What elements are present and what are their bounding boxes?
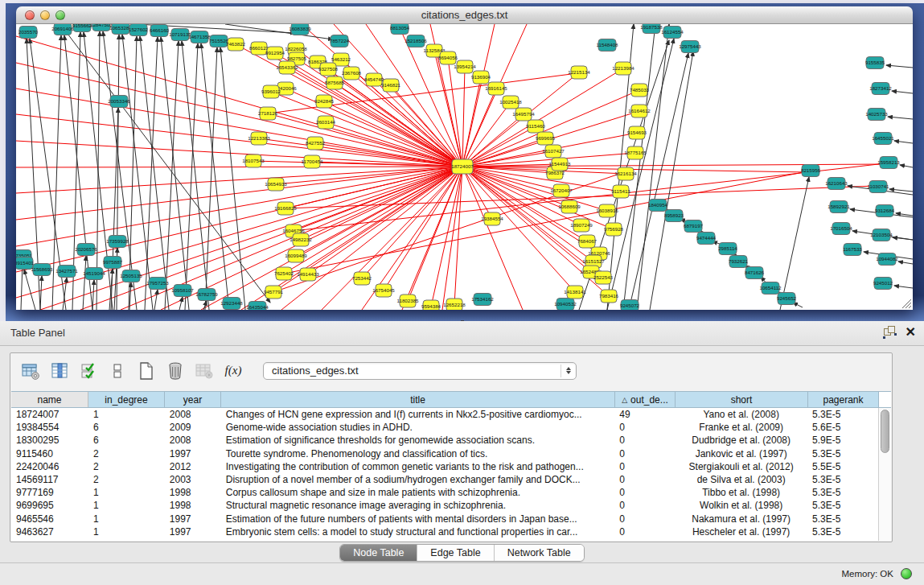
vertical-scrollbar[interactable] <box>878 408 891 541</box>
graph-node[interactable]: 8694056 <box>438 51 458 64</box>
graph-node[interactable]: 16038916 <box>596 204 618 217</box>
graph-node[interactable]: 17534162 <box>471 294 494 306</box>
network-window-titlebar[interactable]: citations_edges.txt <box>16 6 913 24</box>
column-header-pagerank[interactable]: pagerank <box>808 392 879 407</box>
graph-node[interactable]: 16754045 <box>372 284 395 297</box>
graph-node[interactable]: 16720407 <box>550 184 573 197</box>
graph-node[interactable]: 2718126 <box>258 107 278 120</box>
column-header-short[interactable]: short <box>676 392 808 407</box>
graph-node[interactable]: 16543362 <box>276 61 298 74</box>
graph-node[interactable]: 10944082 <box>876 253 898 266</box>
graph-node[interactable]: 15958213 <box>877 157 900 169</box>
graph-node[interactable]: 9146821 <box>381 79 401 92</box>
graph-node[interactable]: 13954214 <box>454 60 476 73</box>
table-row[interactable]: 1456911722003Disruption of a novel membe… <box>11 473 878 486</box>
minimize-window-button[interactable] <box>40 10 50 20</box>
graph-node[interactable]: 7463822 <box>226 38 246 51</box>
graph-node[interactable]: 18775165 <box>624 146 647 159</box>
graph-node[interactable]: 16782759 <box>195 289 218 301</box>
graph-node[interactable]: 7932621 <box>729 256 749 268</box>
table-settings-icon[interactable] <box>20 360 41 381</box>
graph-node[interactable]: 2035570 <box>18 27 39 39</box>
graph-node[interactable]: 16164612 <box>628 105 651 117</box>
graph-node[interactable]: 2985114 <box>718 243 737 255</box>
delete-column-icon[interactable] <box>165 360 186 381</box>
column-header-out_de[interactable]: △out_de... <box>615 392 676 407</box>
graph-node[interactable]: 9975887 <box>103 257 123 269</box>
column-header-in_degree[interactable]: in_degree <box>88 392 165 407</box>
graph-node[interactable]: 7625402 <box>274 267 294 280</box>
graph-node[interactable]: 12652218 <box>443 299 466 310</box>
graph-node[interactable]: 9312684 <box>875 205 895 217</box>
column-header-name[interactable]: name <box>11 392 88 407</box>
graph-node[interactable]: 9327508 <box>318 63 339 76</box>
tab-node-table[interactable]: Node Table <box>340 545 417 561</box>
graph-node[interactable]: 14982232 <box>290 233 312 246</box>
graph-node[interactable]: 2603144 <box>316 116 336 129</box>
graph-node[interactable]: 9245072 <box>620 300 640 311</box>
graph-node[interactable]: 12975443 <box>679 41 701 53</box>
graph-node[interactable]: 12213984 <box>612 62 634 75</box>
graph-node[interactable]: 5875685 <box>325 76 345 89</box>
graph-node[interactable]: 8958923 <box>664 210 684 222</box>
graph-node[interactable]: 7857224 <box>330 35 350 47</box>
graph-node[interactable]: 9756928 <box>604 223 624 236</box>
graph-node[interactable]: 12103504 <box>870 229 893 241</box>
graph-node[interactable]: 10958107 <box>171 285 194 297</box>
table-row[interactable]: 911546021997Tourette syndrome. Phenomeno… <box>11 447 878 460</box>
graph-node[interactable]: 16107427 <box>542 145 565 158</box>
table-row[interactable]: 1938455462009Genome-wide association stu… <box>11 421 878 434</box>
graph-node[interactable]: 10940532 <box>554 299 577 311</box>
graph-node[interactable]: 9115413 <box>611 185 630 198</box>
table-row[interactable]: 1872400712008Changes of HCN gene express… <box>11 408 878 421</box>
graph-node[interactable]: 9155662 <box>72 24 92 32</box>
graph-node[interactable]: 1840954 <box>648 200 668 212</box>
graph-node[interactable]: 10025418 <box>499 96 522 109</box>
scrollbar-thumb[interactable] <box>881 410 889 453</box>
graph-node[interactable]: 11548408 <box>596 39 618 51</box>
graph-node[interactable]: 9396012 <box>261 85 281 98</box>
table-row[interactable]: 1830029562008Estimation of significance … <box>11 434 878 447</box>
close-panel-icon[interactable]: ✕ <box>906 326 916 338</box>
graph-node[interactable]: 9474444 <box>696 233 717 245</box>
table-row[interactable]: 977716911998Corpus callosum shape and si… <box>11 486 878 499</box>
resize-grip[interactable] <box>902 299 911 308</box>
tab-edge-table[interactable]: Edge Table <box>417 545 494 561</box>
graph-node[interactable]: 9155835 <box>865 57 885 69</box>
graph-node[interactable]: 9245012 <box>873 278 893 290</box>
graph-node[interactable]: 11802385 <box>396 295 419 307</box>
graph-node[interactable]: 13427571 <box>55 266 78 278</box>
graph-node[interactable]: 9242845 <box>314 95 335 108</box>
graph-node[interactable]: 17359928 <box>106 236 129 248</box>
zoom-window-button[interactable] <box>55 10 65 20</box>
graph-node[interactable]: 17016504 <box>830 223 852 235</box>
column-header-title[interactable]: title <box>221 392 615 407</box>
table-selector-dropdown[interactable]: citations_edges.txt <box>263 362 577 380</box>
graph-node[interactable]: 20206576 <box>75 244 97 256</box>
graph-node[interactable]: 2522543 <box>593 271 614 284</box>
table-row[interactable]: 946362711997Embryonic stem cells: a mode… <box>11 525 878 538</box>
graph-node[interactable]: 19384554 <box>481 212 503 225</box>
graph-node[interactable]: 9136904 <box>471 71 491 84</box>
delete-table-icon[interactable] <box>194 360 215 381</box>
column-chooser-icon[interactable] <box>49 360 70 381</box>
graph-node[interactable]: 16124554 <box>661 27 684 39</box>
graph-node[interactable]: 7253442 <box>352 272 372 285</box>
close-window-button[interactable] <box>25 10 35 20</box>
graph-node[interactable]: 8215956 <box>801 165 821 177</box>
graph-node[interactable]: 14671358 <box>188 31 211 43</box>
network-window[interactable]: citations_edges.txt 20355702069140691556… <box>16 6 913 310</box>
graph-node[interactable]: 20691406 <box>51 24 74 35</box>
graph-node[interactable]: 12505135 <box>120 270 142 282</box>
graph-node[interactable]: 16455021 <box>872 133 894 145</box>
tab-network-table[interactable]: Network Table <box>495 545 584 561</box>
graph-node[interactable]: 15892921 <box>827 201 850 213</box>
graph-node[interactable]: 10688609 <box>558 200 581 213</box>
graph-node[interactable]: 19187538 <box>640 24 663 34</box>
graph-node[interactable]: 14025733 <box>865 109 888 121</box>
graph-node[interactable]: 11030741 <box>867 181 889 193</box>
table-row[interactable]: 946554611997Estimation of the future num… <box>11 513 878 525</box>
graph-node[interactable]: 8427552 <box>306 137 326 150</box>
graph-node[interactable]: 14138141 <box>564 286 586 299</box>
select-rows-icon[interactable] <box>78 360 99 381</box>
